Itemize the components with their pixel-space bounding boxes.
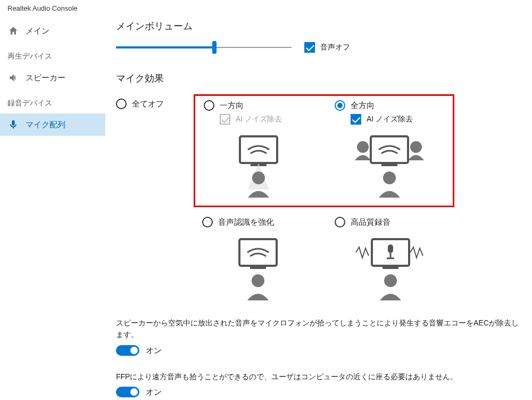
svg-point-14 (252, 274, 264, 287)
radio-high-quality[interactable]: 高品質録音 (335, 217, 446, 227)
svg-point-4 (252, 172, 265, 184)
radio-label: 全てオフ (132, 99, 164, 109)
svg-rect-12 (242, 241, 275, 264)
section-heading-main-volume: メインボリューム (116, 20, 521, 32)
radio-label: 一方向 (220, 101, 244, 111)
sidebar-item-mic-array[interactable]: マイク配列 (0, 113, 105, 136)
aec-toggle[interactable] (116, 345, 139, 356)
radio-one-way[interactable]: 一方向 (204, 100, 313, 111)
sidebar-item-label: スピーカー (26, 73, 65, 83)
speaker-icon (7, 72, 19, 84)
radio-label: 全方向 (351, 101, 375, 111)
checkbox-label: AI ノイズ除去 (236, 115, 282, 124)
sidebar-header-record: 録音デバイス (0, 89, 105, 113)
checkbox-ai-noise-omni[interactable]: AI ノイズ除去 (351, 114, 444, 125)
svg-point-21 (384, 274, 397, 287)
section-heading-mic-effects: マイク効果 (116, 72, 521, 85)
svg-point-10 (383, 172, 396, 184)
svg-rect-17 (383, 266, 398, 269)
mute-checkbox[interactable]: 音声オフ (304, 42, 350, 53)
checkbox-label: AI ノイズ除去 (367, 115, 413, 124)
illustration-voice-recog (202, 234, 313, 303)
sidebar-item-label: メイン (26, 26, 49, 36)
mic-icon (7, 119, 19, 130)
aec-toggle-label: オン (146, 344, 162, 357)
illustration-high-quality (335, 234, 446, 303)
checkbox-ai-noise-one-way: AI ノイズ除去 (220, 114, 313, 125)
sidebar-header-playback: 再生デバイス (0, 42, 105, 67)
svg-rect-1 (242, 138, 275, 161)
sidebar-item-label: マイク配列 (26, 120, 65, 130)
window-title: Realtek Audio Console (0, 0, 532, 14)
radio-all-off[interactable]: 全てオフ (116, 99, 180, 109)
sidebar-item-speaker[interactable]: スピーカー (0, 67, 105, 89)
svg-point-5 (357, 141, 369, 153)
svg-rect-9 (381, 163, 397, 166)
ffp-toggle-label: オン (146, 386, 162, 398)
svg-rect-8 (373, 138, 406, 161)
svg-rect-13 (250, 266, 266, 269)
radio-omni[interactable]: 全方向 (335, 100, 444, 111)
sidebar-item-main[interactable]: メイン (0, 20, 105, 42)
illustration-omni (335, 131, 444, 200)
ffp-toggle[interactable] (116, 387, 139, 397)
highlighted-effects-box: 一方向 AI ノイズ除去 (194, 94, 454, 207)
illustration-one-way (204, 131, 313, 200)
mute-label: 音声オフ (320, 43, 350, 52)
home-icon (7, 25, 19, 37)
main-content: メインボリューム 音声オフ マイク効果 全てオフ (105, 14, 532, 400)
radio-label: 高品質録音 (351, 217, 390, 227)
radio-label: 音声認識を強化 (218, 217, 274, 227)
svg-point-6 (410, 141, 422, 153)
radio-voice-recog[interactable]: 音声認識を強化 (202, 217, 313, 227)
sidebar: メイン 再生デバイス スピーカー 録音デバイス マイク配列 (0, 14, 105, 400)
svg-rect-18 (388, 244, 393, 253)
aec-description: スピーカーから空気中に放出された音声をマイクロフォンが拾ってしまうことにより発生… (116, 317, 521, 341)
main-volume-slider[interactable] (116, 42, 292, 53)
ffp-description: FFPにより遠方音声も拾うことができるので、ユーザはコンピュータの近くに座る必要… (116, 371, 521, 382)
